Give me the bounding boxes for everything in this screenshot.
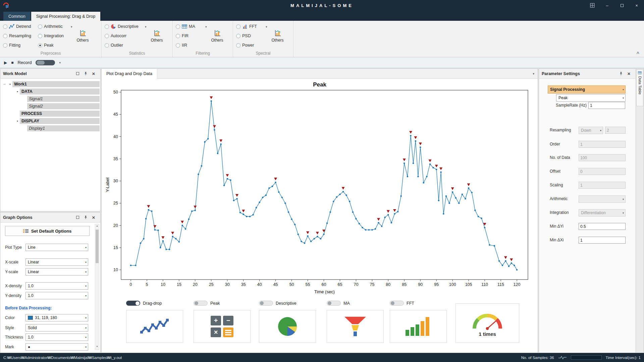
- y-scale-select[interactable]: Linear▾: [25, 268, 88, 276]
- close-button[interactable]: ×: [629, 0, 644, 11]
- scroll-up-icon[interactable]: ▲: [95, 225, 99, 229]
- float-window-icon[interactable]: [73, 70, 82, 77]
- ribbon-item-peak[interactable]: Peak: [38, 41, 70, 50]
- spectral-dropdown-icon[interactable]: ▾: [266, 25, 267, 28]
- resampling-mode-select[interactable]: Down▾: [579, 127, 603, 134]
- filtering-others-button[interactable]: Others: [208, 22, 227, 50]
- dragdrop-tile[interactable]: [126, 310, 183, 343]
- ribbon-item-arithmetic[interactable]: Arithmetic: [38, 22, 70, 31]
- descriptive-tile[interactable]: [259, 310, 316, 343]
- descriptive-radio[interactable]: [105, 24, 109, 29]
- record-toggle[interactable]: [36, 60, 55, 65]
- sample-rate-input[interactable]: [588, 102, 625, 109]
- min-dyi-input[interactable]: [579, 223, 626, 230]
- ribbon-item-resampling[interactable]: Resampling: [3, 31, 38, 41]
- mark-select[interactable]: ●▾: [25, 343, 88, 351]
- close-icon[interactable]: ×: [90, 214, 98, 221]
- arithmetic-select[interactable]: ▾: [579, 195, 626, 203]
- tree-item-work1[interactable]: → ▾ Work1: [0, 80, 100, 88]
- pin-icon[interactable]: [617, 70, 625, 77]
- preprocess-others-button[interactable]: Others: [73, 22, 93, 50]
- set-default-options-button[interactable]: Set Default Options: [5, 226, 90, 236]
- preprocess-dropdown-icon[interactable]: ▾: [71, 25, 72, 28]
- stop-button[interactable]: ■: [11, 60, 13, 65]
- layout-grid-icon[interactable]: [585, 0, 600, 11]
- scaling-input[interactable]: [579, 182, 626, 189]
- ribbon-item-autocorr[interactable]: Autocorr: [105, 31, 144, 41]
- play-button[interactable]: ▶: [4, 60, 7, 65]
- float-window-icon[interactable]: [73, 214, 82, 221]
- dragdrop-toggle[interactable]: [126, 301, 140, 306]
- x-density-select[interactable]: 1.0▾: [25, 282, 88, 290]
- data-table-tab[interactable]: Data Table: [636, 69, 643, 106]
- style-select[interactable]: Solid▾: [25, 324, 88, 331]
- ma-tile[interactable]: [327, 310, 384, 343]
- min-dxi-input[interactable]: [579, 237, 626, 244]
- ma-toggle[interactable]: [327, 301, 341, 306]
- minimize-button[interactable]: –: [600, 0, 614, 11]
- outlier-radio[interactable]: [105, 43, 109, 48]
- panel-dropdown-icon[interactable]: ▾: [533, 72, 534, 75]
- pin-icon[interactable]: [82, 70, 90, 77]
- ribbon-item-integration[interactable]: Integration: [38, 31, 70, 41]
- ribbon-item-descriptive[interactable]: Descriptive: [105, 22, 144, 31]
- autocorr-radio[interactable]: [105, 34, 109, 38]
- psd-radio[interactable]: [236, 34, 240, 38]
- color-select[interactable]: 31, 119, 180▾: [25, 314, 88, 321]
- resampling-radio[interactable]: [3, 34, 7, 38]
- detrend-radio[interactable]: [3, 24, 7, 29]
- fft-tile[interactable]: [390, 310, 447, 343]
- ribbon-item-ma[interactable]: MA: [176, 22, 205, 31]
- x-scale-select[interactable]: Linear▾: [25, 258, 88, 266]
- expander-icon[interactable]: ▾: [15, 90, 20, 93]
- tab-signal-processing[interactable]: Signal Processing: Drag & Drop: [31, 12, 100, 21]
- fft-radio[interactable]: [236, 24, 240, 29]
- category-select[interactable]: Signal Processing▾: [548, 85, 626, 94]
- peak-toggle[interactable]: [194, 301, 208, 306]
- method-select[interactable]: Peak▾: [556, 94, 626, 102]
- maximize-button[interactable]: [614, 0, 629, 11]
- y-density-select[interactable]: 1.0▾: [25, 292, 88, 299]
- filtering-dropdown-icon[interactable]: ▾: [205, 25, 207, 28]
- iir-radio[interactable]: [176, 43, 180, 48]
- expander-icon[interactable]: ▾: [15, 120, 20, 123]
- ribbon-item-fir[interactable]: FIR: [176, 31, 205, 41]
- pin-icon[interactable]: [82, 214, 90, 221]
- tree-item-display1[interactable]: Display1: [0, 125, 100, 132]
- fir-radio[interactable]: [176, 34, 180, 38]
- plot-type-select[interactable]: Line▾: [25, 244, 88, 251]
- statistics-others-button[interactable]: Others: [147, 22, 167, 50]
- ribbon-item-psd[interactable]: PSD: [236, 31, 265, 41]
- tree-item-signal2[interactable]: Signal2: [0, 103, 100, 110]
- scrollbar-thumb[interactable]: [96, 230, 99, 263]
- power-radio[interactable]: [236, 43, 240, 48]
- arithmetic-radio[interactable]: [38, 24, 42, 29]
- ribbon-item-power[interactable]: Power: [236, 41, 265, 50]
- close-icon[interactable]: ×: [625, 70, 633, 77]
- close-icon[interactable]: ×: [90, 70, 98, 77]
- ribbon-item-detrend[interactable]: Detrend: [3, 22, 38, 31]
- no-of-data-input[interactable]: [579, 154, 626, 161]
- record-dropdown-icon[interactable]: ▾: [59, 61, 61, 64]
- spectral-others-button[interactable]: Others: [268, 22, 287, 50]
- descriptive-toggle[interactable]: [259, 301, 273, 306]
- ribbon-collapse-icon[interactable]: ^: [637, 51, 639, 56]
- tab-common[interactable]: Common: [3, 12, 31, 21]
- tree-item-data[interactable]: ▾ DATA: [0, 88, 100, 95]
- scroll-down-icon[interactable]: ▼: [95, 345, 99, 349]
- thickness-select[interactable]: 1.0▾: [25, 334, 88, 341]
- offset-input[interactable]: [579, 168, 626, 175]
- scrollbar[interactable]: ▲ ▼: [95, 224, 99, 350]
- tab-plot-drag-drop[interactable]: Plot Drag and Drop Data: [102, 69, 157, 79]
- ribbon-item-iir[interactable]: IIR: [176, 41, 205, 50]
- order-input[interactable]: [579, 141, 626, 148]
- integration-radio[interactable]: [38, 34, 42, 38]
- fitting-radio[interactable]: [3, 43, 7, 48]
- tree-item-display[interactable]: ▾ DISPLAY: [0, 117, 100, 125]
- expander-icon[interactable]: ▾: [8, 83, 12, 86]
- fft-toggle[interactable]: [390, 301, 404, 306]
- statistics-dropdown-icon[interactable]: ▾: [145, 25, 147, 28]
- ribbon-item-outlier[interactable]: Outlier: [105, 41, 144, 50]
- ribbon-item-fft[interactable]: FFT: [236, 22, 265, 31]
- ribbon-item-fitting[interactable]: Fitting: [3, 41, 38, 50]
